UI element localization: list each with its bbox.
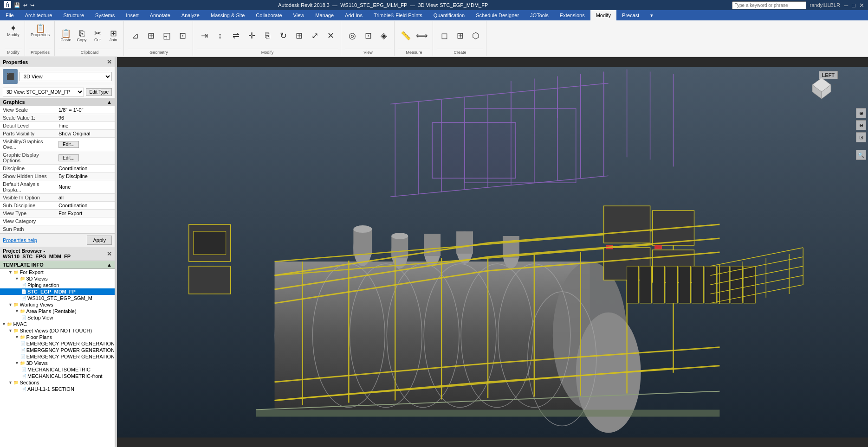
apply-button[interactable]: Apply <box>87 236 112 245</box>
copy2-button[interactable]: ⎘ <box>260 31 275 41</box>
zoom-in-button[interactable]: ⊕ <box>856 108 866 118</box>
minimize-button[interactable]: ─ <box>844 2 848 9</box>
create-btn3[interactable]: ⬡ <box>468 31 483 41</box>
join-button[interactable]: ⊞ Join <box>106 28 121 43</box>
property-value-4[interactable]: Edit... <box>56 138 115 151</box>
view-btn2[interactable]: ⊡ <box>361 31 376 41</box>
3d-view-area[interactable]: ↑ → LEFT ⊕ ⊖ ⊡ 🔍 <box>117 57 868 447</box>
view-cube[interactable]: ↑ → LEFT <box>803 66 840 103</box>
geometry-btn4[interactable]: ⊡ <box>175 31 190 41</box>
tree-item-11[interactable]: 📄 EMERGENCY POWER GENERATION <box>0 340 115 347</box>
tab-jotools[interactable]: JOTools <box>525 10 554 20</box>
view-type-select[interactable]: 3D View <box>19 72 112 81</box>
tree-item-8[interactable]: ▼ 📁 HVAC <box>0 321 115 327</box>
align-button[interactable]: ⇥ <box>197 31 212 41</box>
project-browser-header: Project Browser - WS110_STC_EPG_MDM_FP ✕ <box>0 247 115 261</box>
search-input[interactable] <box>732 1 806 9</box>
tree-item-4[interactable]: 📄 WS110_STC_EGP_SGM_M <box>0 295 115 301</box>
create-btn1[interactable]: ◻ <box>437 31 452 41</box>
tab-view[interactable]: View <box>288 10 310 20</box>
view-icon2: ⊡ <box>365 32 372 40</box>
tab-systems[interactable]: Systems <box>90 10 120 20</box>
zoom-region-button[interactable]: 🔍 <box>856 150 866 160</box>
zoom-out-button[interactable]: ⊖ <box>856 120 866 130</box>
paste-button[interactable]: 📋 Paste <box>58 28 73 43</box>
tab-architecture[interactable]: Architecture <box>19 10 58 20</box>
property-edit-btn-4[interactable]: Edit... <box>58 141 79 148</box>
tree-item-5[interactable]: ▼ 📁 Working Views <box>0 301 115 308</box>
tree-item-16[interactable]: 📄 MECHANICAL ISOMETRIC-front <box>0 373 115 379</box>
tab-insert[interactable]: Insert <box>120 10 144 20</box>
geometry-icon4: ⊡ <box>179 32 186 40</box>
tab-trimble[interactable]: Trimble® Field Points <box>368 10 428 20</box>
quick-access-redo[interactable]: ↪ <box>30 2 34 8</box>
browser-close-button[interactable]: ✕ <box>107 250 112 257</box>
edit-type-button[interactable]: Edit Type <box>86 88 112 96</box>
tab-schedule[interactable]: Schedule Designer <box>470 10 525 20</box>
scale-button[interactable]: ⤢ <box>307 31 322 41</box>
quick-access-save[interactable]: 💾 <box>14 2 20 8</box>
tree-item-18[interactable]: 📄 AHU-L1-1 SECTION <box>0 386 115 392</box>
close-button[interactable]: ✕ <box>859 2 864 9</box>
array-button[interactable]: ⊞ <box>291 31 306 41</box>
geometry-btn1[interactable]: ⊿ <box>128 31 143 41</box>
geometry-btn3[interactable]: ◱ <box>159 31 174 41</box>
move-button[interactable]: ✛ <box>244 31 259 41</box>
tree-item-13[interactable]: 📄 EMERGENCY POWER GENERATION <box>0 353 115 360</box>
geometry-btn2[interactable]: ⊞ <box>143 31 158 41</box>
cut-button[interactable]: ✂ Cut <box>90 28 105 43</box>
tree-item-7[interactable]: 📄 Setup View <box>0 314 115 321</box>
tab-quantification[interactable]: Quantification <box>428 10 470 20</box>
tree-label-16: MECHANICAL ISOMETRIC-front <box>27 373 103 379</box>
folder-icon: ▼ 📁 <box>15 335 25 339</box>
tree-item-12[interactable]: 📄 EMERGENCY POWER GENERATION <box>0 347 115 353</box>
tree-item-17[interactable]: ▼ 📁 Sections <box>0 379 115 386</box>
measure-icon2: ⟺ <box>416 32 428 40</box>
properties-button[interactable]: 📋 Properties <box>29 23 52 48</box>
view-btn3[interactable]: ◈ <box>376 31 391 41</box>
mirror-button[interactable]: ⇌ <box>228 31 243 41</box>
tab-file[interactable]: File <box>0 10 19 20</box>
measure-btn2[interactable]: ⟺ <box>414 31 430 41</box>
tab-extensions[interactable]: Extensions <box>554 10 590 20</box>
graphics-section-header[interactable]: Graphics ▲ <box>0 98 115 106</box>
tab-manage[interactable]: Manage <box>310 10 339 20</box>
ribbon-group-geometry: ⊿ ⊞ ◱ ⊡ Geometry <box>125 21 193 56</box>
tab-annotate[interactable]: Annotate <box>144 10 176 20</box>
tab-dropdown[interactable]: ▾ <box>645 10 659 20</box>
delete-button[interactable]: ✕ <box>323 31 338 41</box>
tab-massing[interactable]: Massing & Site <box>205 10 250 20</box>
tab-modify[interactable]: Modify <box>590 10 616 20</box>
tree-item-14[interactable]: ▼ 📁 3D Views <box>0 360 115 366</box>
quick-access-undo[interactable]: ↩ <box>23 2 27 8</box>
tab-addins[interactable]: Add-Ins <box>339 10 368 20</box>
offset-button[interactable]: ↕ <box>213 31 227 41</box>
ribbon-group-create: ◻ ⊞ ⬡ Create <box>434 21 486 56</box>
tree-item-9[interactable]: ▼ 📁 Sheet Views (DO NOT TOUCH) <box>0 327 115 334</box>
tab-analyze[interactable]: Analyze <box>176 10 205 20</box>
property-edit-btn-5[interactable]: Edit... <box>58 154 79 161</box>
properties-panel: Properties ✕ ⬛ 3D View 3D View: STC_EGP_… <box>0 57 115 247</box>
tree-item-15[interactable]: 📄 MECHANICAL ISOMETRIC <box>0 366 115 373</box>
tree-item-3[interactable]: 📄 STC_EGP_MDM_FP <box>0 288 115 295</box>
view-selector[interactable]: 3D View: STC_EGP_MDM_FP <box>3 88 84 96</box>
rotate-button[interactable]: ↻ <box>276 31 291 41</box>
copy-button[interactable]: ⎘ Copy <box>74 28 89 43</box>
tree-item-2[interactable]: 📄 Piping section <box>0 282 115 288</box>
tree-item-10[interactable]: ▼ 📁 Floor Plans <box>0 334 115 340</box>
restore-button[interactable]: □ <box>852 2 855 9</box>
tab-structure[interactable]: Structure <box>58 10 90 20</box>
modify-button[interactable]: ✦ Modify <box>5 23 21 48</box>
properties-help-link[interactable]: Properties help <box>3 237 37 243</box>
measure-btn1[interactable]: 📏 <box>398 31 413 41</box>
tree-item-1[interactable]: ▼ 📁 3D Views <box>0 275 115 282</box>
tab-precast[interactable]: Precast <box>616 10 645 20</box>
create-btn2[interactable]: ⊞ <box>453 31 467 41</box>
tree-item-6[interactable]: ▼ 📁 Area Plans (Rentable) <box>0 308 115 314</box>
property-value-5[interactable]: Edit... <box>56 151 115 165</box>
tab-collaborate[interactable]: Collaborate <box>250 10 287 20</box>
zoom-fit-button[interactable]: ⊡ <box>856 132 866 142</box>
tree-item-0[interactable]: ▼ 📁 For Export <box>0 269 115 275</box>
properties-close-button[interactable]: ✕ <box>107 58 112 65</box>
view-btn1[interactable]: ◎ <box>345 31 360 41</box>
